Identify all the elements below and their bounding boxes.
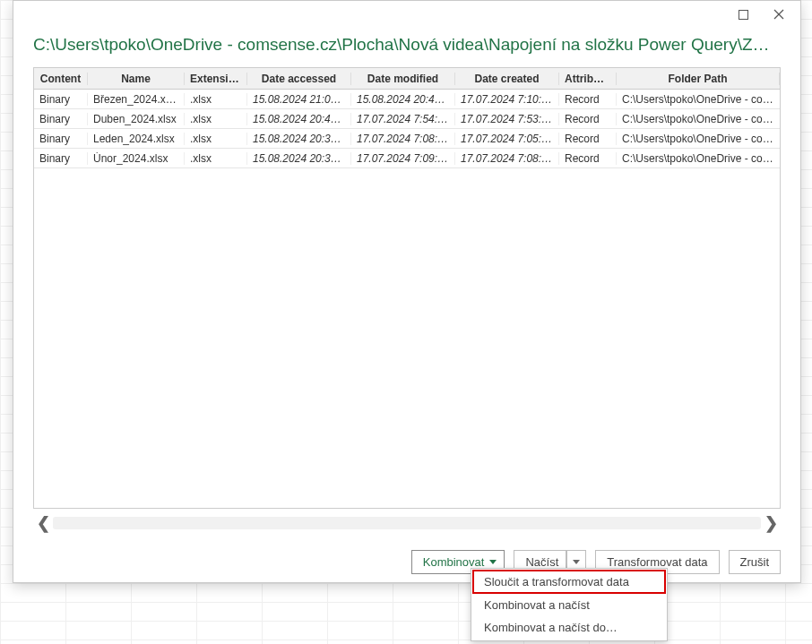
svg-rect-0 (739, 10, 747, 19)
cell-folder-path: C:\Users\tpoko\OneDrive - comsense (617, 133, 780, 145)
column-header-name[interactable]: Name (88, 73, 185, 85)
chevron-down-icon (573, 560, 580, 564)
cell-attributes: Record (559, 133, 617, 145)
column-header-extension[interactable]: Extension (185, 73, 247, 85)
table-empty-area (33, 168, 781, 509)
menu-item-label: Kombinovat a načíst do… (484, 621, 618, 634)
table-row[interactable]: Binary Leden_2024.xlsx .xlsx 15.08.2024 … (34, 129, 780, 149)
column-header-date-modified[interactable]: Date modified (351, 73, 455, 85)
cell-attributes: Record (559, 152, 617, 165)
scroll-right-icon[interactable]: ❯ (761, 515, 781, 531)
cell-date-created: 17.07.2024 7:53:14 (455, 113, 559, 125)
horizontal-scrollbar[interactable]: ❮ ❯ (33, 514, 781, 532)
combine-button-label: Kombinovat (423, 555, 485, 569)
cancel-button[interactable]: Zrušit (729, 550, 782, 574)
combine-dropdown-menu: Sloučit a transformovat data Kombinovat … (471, 568, 668, 641)
scroll-left-icon[interactable]: ❮ (33, 515, 53, 531)
cell-folder-path: C:\Users\tpoko\OneDrive - comsense (617, 93, 780, 106)
transform-button-label: Transformovat data (607, 555, 707, 569)
folder-path-title: C:\Users\tpoko\OneDrive - comsense.cz\Pl… (33, 33, 781, 67)
dialog-content: C:\Users\tpoko\OneDrive - comsense.cz\Pl… (13, 28, 800, 590)
close-button[interactable] (761, 3, 797, 26)
chevron-down-icon (489, 560, 497, 564)
cancel-button-label: Zrušit (740, 555, 770, 569)
cell-extension: .xlsx (185, 133, 247, 145)
menu-item-merge-and-transform[interactable]: Sloučit a transformovat data (472, 570, 666, 594)
maximize-button[interactable] (725, 3, 761, 26)
menu-item-label: Kombinovat a načíst (484, 598, 590, 612)
cell-date-created: 17.07.2024 7:08:25 (455, 152, 559, 165)
table-row[interactable]: Binary Březen_2024.xlsx .xlsx 15.08.2024… (34, 90, 780, 109)
cell-name: Duben_2024.xlsx (88, 113, 185, 125)
column-header-folder-path[interactable]: Folder Path (617, 73, 780, 85)
table-header-row: Content Name Extension Date accessed Dat… (34, 68, 780, 90)
cell-name: Leden_2024.xlsx (88, 133, 185, 145)
cell-folder-path: C:\Users\tpoko\OneDrive - comsense (617, 152, 780, 165)
cell-date-created: 17.07.2024 7:10:08 (455, 93, 559, 106)
column-header-date-created[interactable]: Date created (455, 73, 559, 85)
menu-item-combine-and-load-to[interactable]: Kombinovat a načíst do… (471, 616, 667, 639)
scrollbar-track[interactable] (53, 517, 761, 529)
menu-item-combine-and-load[interactable]: Kombinovat a načíst (471, 594, 667, 616)
cell-date-accessed: 15.08.2024 20:43:33 (247, 113, 351, 125)
cell-content: Binary (34, 93, 88, 106)
navigator-dialog: C:\Users\tpoko\OneDrive - comsense.cz\Pl… (13, 0, 801, 583)
cell-content: Binary (34, 113, 88, 125)
cell-content: Binary (34, 152, 88, 165)
dialog-button-bar: Kombinovat Načíst Transformovat data Zru… (33, 550, 781, 574)
cell-folder-path: C:\Users\tpoko\OneDrive - comsense (617, 113, 780, 125)
cell-attributes: Record (559, 113, 617, 125)
cell-date-accessed: 15.08.2024 21:03:17 (247, 93, 351, 106)
cell-date-accessed: 15.08.2024 20:30:58 (247, 152, 351, 165)
cell-name: Únor_2024.xlsx (88, 152, 185, 165)
cell-name: Březen_2024.xlsx (88, 93, 185, 106)
cell-date-accessed: 15.08.2024 20:31:12 (247, 133, 351, 145)
cell-date-modified: 15.08.2024 20:49:11 (351, 93, 455, 106)
table-row[interactable]: Binary Duben_2024.xlsx .xlsx 15.08.2024 … (34, 109, 780, 129)
cell-content: Binary (34, 133, 88, 145)
preview-table: Content Name Extension Date accessed Dat… (33, 67, 781, 168)
column-header-content[interactable]: Content (34, 73, 88, 85)
window-titlebar (13, 1, 800, 28)
menu-item-label: Sloučit a transformovat data (484, 575, 629, 588)
cell-date-modified: 17.07.2024 7:08:17 (351, 133, 455, 145)
cell-extension: .xlsx (185, 152, 247, 165)
cell-date-modified: 17.07.2024 7:09:59 (351, 152, 455, 165)
table-row[interactable]: Binary Únor_2024.xlsx .xlsx 15.08.2024 2… (34, 149, 780, 168)
cell-extension: .xlsx (185, 93, 247, 106)
cell-date-created: 17.07.2024 7:05:17 (455, 133, 559, 145)
cell-extension: .xlsx (185, 113, 247, 125)
column-header-date-accessed[interactable]: Date accessed (247, 73, 351, 85)
column-header-attributes[interactable]: Attributes (559, 73, 617, 85)
load-button-label: Načíst (525, 555, 558, 569)
cell-attributes: Record (559, 93, 617, 106)
cell-date-modified: 17.07.2024 7:54:05 (351, 113, 455, 125)
